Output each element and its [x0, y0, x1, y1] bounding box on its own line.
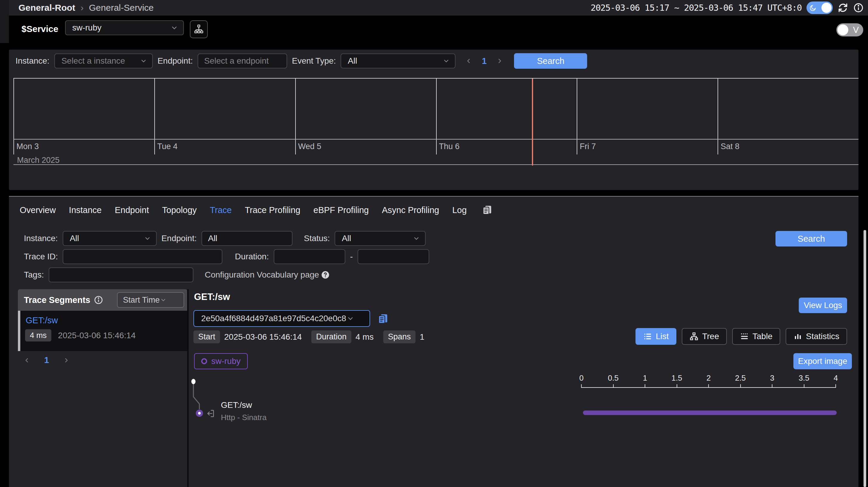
breadcrumb-current[interactable]: General-Service — [89, 3, 154, 13]
trace-segment-item[interactable]: GET:/sw 4 ms 2025-03-06 15:46:14 — [18, 311, 187, 351]
axis-tick-label: 1 — [643, 373, 647, 383]
tab-overview[interactable]: Overview — [20, 205, 56, 215]
tab-instance[interactable]: Instance — [69, 205, 102, 215]
event-endpoint-input[interactable] — [197, 54, 287, 68]
start-badge: Start — [193, 331, 220, 343]
tab-trace[interactable]: Trace — [210, 205, 231, 215]
breadcrumb-root[interactable]: General-Root — [19, 3, 75, 13]
trace-detail: GET:/sw View Logs 2e50a4f6884d497a81e97d… — [189, 289, 859, 487]
page-scrollbar[interactable] — [864, 230, 866, 487]
vocabulary-page-link[interactable]: Configuration Vocabulary page — [205, 270, 319, 280]
trace-status-select[interactable]: All — [335, 231, 426, 246]
event-instance-select[interactable]: Select a instance — [54, 54, 153, 68]
events-timeline-panel: Instance: Select a instance Endpoint: Ev… — [9, 50, 859, 190]
time-range-picker[interactable]: 2025-03-06 15:17 ~ 2025-03-06 15:47 — [591, 3, 763, 13]
topology-icon — [194, 24, 204, 34]
copy-dashboard-icon[interactable] — [482, 205, 493, 216]
trace-id-value: 2e50a4f6884d497a81e97d5c4c20e0c8 — [201, 314, 346, 323]
duration-badge: Duration — [311, 331, 351, 343]
tab-ebpf-profiling[interactable]: eBPF Profiling — [313, 205, 369, 215]
trace-instance-select[interactable]: All — [63, 231, 157, 246]
trace-start-value: 2025-03-06 15:46:14 — [224, 332, 302, 342]
trace-endpoint-input[interactable] — [202, 231, 292, 246]
dark-mode-toggle[interactable] — [807, 1, 833, 14]
moon-icon — [809, 4, 817, 12]
segment-endpoint-name[interactable]: GET:/sw — [26, 315, 58, 325]
help-icon[interactable] — [321, 270, 330, 279]
calendar-column-divider — [436, 79, 437, 154]
view-mode-switcher: List Tree Table Statistics — [636, 328, 847, 345]
service-select[interactable]: sw-ruby — [65, 20, 184, 35]
event-search-button[interactable]: Search — [514, 53, 587, 69]
chevron-down-icon — [170, 24, 179, 32]
info-icon[interactable] — [94, 295, 103, 305]
calendar-column-divider — [13, 79, 14, 154]
tree-icon — [689, 332, 699, 341]
tab-topology[interactable]: Topology — [162, 205, 197, 215]
span-component-label: Http - Sinatra — [221, 413, 267, 422]
view-logs-button[interactable]: View Logs — [799, 297, 847, 313]
calendar-day-label: Tue 4 — [157, 142, 178, 151]
export-image-button[interactable]: Export image — [794, 353, 852, 369]
span-endpoint-name[interactable]: GET:/sw — [221, 400, 252, 410]
chevron-right-icon[interactable] — [62, 356, 70, 364]
duration-min-input[interactable] — [274, 249, 345, 264]
calendar-column-divider — [577, 79, 577, 154]
calendar-day-label: Fri 7 — [580, 142, 596, 151]
trace-instance-label: Instance: — [24, 234, 58, 243]
view-statistics-label: Statistics — [806, 332, 839, 341]
top-header-bar: General-Root › General-Service 2025-03-0… — [0, 0, 868, 16]
chevron-down-icon — [346, 314, 354, 323]
segment-sort-select[interactable]: Start Time — [117, 292, 184, 308]
chevron-left-icon[interactable] — [465, 57, 473, 65]
trace-id-input[interactable] — [63, 249, 222, 264]
view-table-button[interactable]: Table — [732, 328, 780, 345]
toggle-knob — [822, 3, 832, 13]
list-icon — [643, 332, 652, 341]
tab-trace-profiling[interactable]: Trace Profiling — [245, 205, 300, 215]
tab-endpoint[interactable]: Endpoint — [115, 205, 149, 215]
chevron-down-icon — [140, 57, 148, 65]
trace-id-select[interactable]: 2e50a4f6884d497a81e97d5c4c20e0c8 — [193, 310, 370, 327]
segments-page-number[interactable]: 1 — [44, 355, 49, 365]
view-list-label: List — [656, 332, 669, 341]
calendar-mid-line — [13, 139, 859, 140]
date-heatmap-calendar[interactable]: Mon 3 Tue 4 Wed 5 Thu 6 Fri 7 Sat 8 Marc… — [13, 78, 859, 165]
copy-trace-id-icon[interactable] — [377, 313, 389, 324]
tab-async-profiling[interactable]: Async Profiling — [382, 205, 439, 215]
trace-search-button[interactable]: Search — [775, 231, 847, 247]
calendar-day-label: Sat 8 — [720, 142, 739, 151]
event-type-select[interactable]: All — [341, 54, 456, 68]
segment-selected-indicator — [18, 311, 20, 351]
statistics-icon — [794, 332, 802, 341]
tab-log[interactable]: Log — [452, 205, 467, 215]
span-duration-bar[interactable] — [583, 410, 837, 415]
trace-segments-title: Trace Segments — [24, 295, 90, 305]
duration-max-input[interactable] — [358, 249, 429, 264]
tags-input[interactable] — [49, 267, 193, 282]
axis-tick-label: 3 — [770, 373, 774, 383]
view-statistics-button[interactable]: Statistics — [786, 328, 847, 345]
service-hierarchy-button[interactable] — [190, 20, 208, 38]
chevron-down-icon — [442, 57, 450, 65]
calendar-day-label: Wed 5 — [298, 142, 321, 151]
view-list-button[interactable]: List — [636, 328, 677, 345]
info-icon[interactable] — [853, 2, 864, 13]
axis-tick-label: 1.5 — [671, 373, 682, 383]
event-instance-placeholder: Select a instance — [61, 56, 140, 66]
calendar-day-label: Mon 3 — [17, 142, 39, 151]
calendar-day-label: Thu 6 — [439, 142, 460, 151]
version-toggle-label: V — [853, 25, 859, 35]
axis-tick-label: 0.5 — [608, 373, 618, 383]
spans-badge: Spans — [383, 331, 416, 343]
legend-service-name: sw-ruby — [211, 356, 241, 366]
endpoint-filter-label: Endpoint: — [158, 56, 193, 66]
chevron-right-icon[interactable] — [495, 57, 503, 65]
entry-span-icon — [206, 409, 216, 418]
version-toggle[interactable]: V — [836, 23, 863, 36]
chevron-left-icon[interactable] — [23, 356, 31, 364]
view-tree-button[interactable]: Tree — [682, 328, 727, 345]
refresh-icon[interactable] — [838, 2, 848, 13]
legend-service-chip[interactable]: sw-ruby — [194, 353, 248, 369]
event-page-number[interactable]: 1 — [482, 56, 487, 66]
